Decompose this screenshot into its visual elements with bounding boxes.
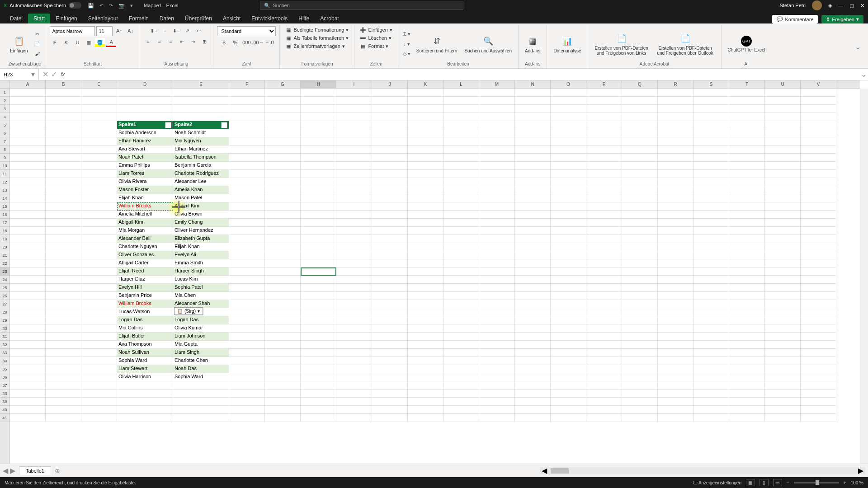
cell-S2[interactable] xyxy=(693,97,729,105)
cell-T11[interactable] xyxy=(729,170,765,178)
cell-A14[interactable] xyxy=(10,194,46,202)
cell-M15[interactable] xyxy=(479,202,515,211)
cell-N25[interactable] xyxy=(515,284,551,292)
cell-T17[interactable] xyxy=(729,219,765,227)
cell-H17[interactable] xyxy=(301,219,336,227)
cell-F27[interactable] xyxy=(229,300,265,308)
cell-T24[interactable] xyxy=(729,276,765,284)
find-select-button[interactable]: 🔍Suchen und Auswählen xyxy=(462,34,514,54)
cell-S10[interactable] xyxy=(693,162,729,170)
cell-L19[interactable] xyxy=(443,235,479,243)
cell-Q20[interactable] xyxy=(622,243,658,251)
cell-Q7[interactable] xyxy=(622,137,658,145)
cell-H21[interactable] xyxy=(301,251,336,259)
cell-L26[interactable] xyxy=(443,292,479,300)
fill-icon[interactable]: ↓ ▾ xyxy=(402,39,412,48)
cell-Q27[interactable] xyxy=(622,300,658,308)
cell-S32[interactable] xyxy=(693,341,729,349)
cell-L32[interactable] xyxy=(443,341,479,349)
cell-C9[interactable] xyxy=(81,154,117,162)
cell-D4[interactable] xyxy=(117,113,173,121)
align-right-icon[interactable]: ≡ xyxy=(165,37,175,46)
cell-V39[interactable] xyxy=(801,398,836,406)
cell-K37[interactable] xyxy=(408,381,443,389)
cell-S15[interactable] xyxy=(693,202,729,211)
cell-B37[interactable] xyxy=(46,381,81,389)
cell-G9[interactable] xyxy=(265,154,301,162)
cell-S6[interactable] xyxy=(693,129,729,137)
cell-K2[interactable] xyxy=(408,97,443,105)
cell-B13[interactable] xyxy=(46,186,81,194)
cell-Q35[interactable] xyxy=(622,365,658,373)
cell-A3[interactable] xyxy=(10,105,46,113)
tab-überprüfen[interactable]: Überprüfen xyxy=(179,14,217,23)
cell-C13[interactable] xyxy=(81,186,117,194)
cell-S26[interactable] xyxy=(693,292,729,300)
cell-B32[interactable] xyxy=(46,341,81,349)
cell-U19[interactable] xyxy=(765,235,801,243)
cell-H35[interactable] xyxy=(301,365,336,373)
cell-M5[interactable] xyxy=(479,121,515,129)
cell-Q6[interactable] xyxy=(622,129,658,137)
row-header-36[interactable]: 36 xyxy=(0,373,9,381)
cell-V24[interactable] xyxy=(801,276,836,284)
cell-F32[interactable] xyxy=(229,341,265,349)
cell-M34[interactable] xyxy=(479,357,515,365)
row-header-24[interactable]: 24 xyxy=(0,276,9,284)
cell-B31[interactable] xyxy=(46,333,81,341)
delete-cells[interactable]: ➖Löschen ▾ xyxy=(358,34,393,42)
cell-M35[interactable] xyxy=(479,365,515,373)
cell-D29[interactable]: Logan Das xyxy=(117,316,173,324)
cell-Q4[interactable] xyxy=(622,113,658,121)
cell-R5[interactable] xyxy=(658,121,693,129)
cell-Q3[interactable] xyxy=(622,105,658,113)
cell-L3[interactable] xyxy=(443,105,479,113)
cell-O18[interactable] xyxy=(551,227,586,235)
cell-H10[interactable] xyxy=(301,162,336,170)
cell-N18[interactable] xyxy=(515,227,551,235)
cell-K18[interactable] xyxy=(408,227,443,235)
cell-H9[interactable] xyxy=(301,154,336,162)
cell-N5[interactable] xyxy=(515,121,551,129)
cell-F9[interactable] xyxy=(229,154,265,162)
cell-O26[interactable] xyxy=(551,292,586,300)
cell-T21[interactable] xyxy=(729,251,765,259)
cell-N12[interactable] xyxy=(515,178,551,186)
cell-D8[interactable]: Ava Stewart xyxy=(117,145,173,154)
cell-M22[interactable] xyxy=(479,259,515,267)
cell-P8[interactable] xyxy=(586,145,622,154)
cell-T20[interactable] xyxy=(729,243,765,251)
display-settings[interactable]: 🖵 Anzeigeeinstellungen xyxy=(693,480,741,485)
cell-P28[interactable] xyxy=(586,308,622,316)
cell-L34[interactable] xyxy=(443,357,479,365)
cell-E4[interactable] xyxy=(173,113,229,121)
cell-Q23[interactable] xyxy=(622,267,658,276)
col-header-N[interactable]: N xyxy=(515,80,551,88)
increase-font-icon[interactable]: A↑ xyxy=(114,26,124,35)
row-header-12[interactable]: 12 xyxy=(0,178,9,186)
cell-C2[interactable] xyxy=(81,97,117,105)
cell-B4[interactable] xyxy=(46,113,81,121)
cell-V10[interactable] xyxy=(801,162,836,170)
cell-T28[interactable] xyxy=(729,308,765,316)
cell-C38[interactable] xyxy=(81,389,117,398)
cell-K35[interactable] xyxy=(408,365,443,373)
cell-I6[interactable] xyxy=(336,129,372,137)
cell-V29[interactable] xyxy=(801,316,836,324)
cell-B1[interactable] xyxy=(46,89,81,97)
cell-E20[interactable]: Elijah Khan xyxy=(173,243,229,251)
cell-O2[interactable] xyxy=(551,97,586,105)
cell-O4[interactable] xyxy=(551,113,586,121)
col-header-T[interactable]: T xyxy=(729,80,765,88)
cell-O23[interactable] xyxy=(551,267,586,276)
cell-R38[interactable] xyxy=(658,389,693,398)
ribbon-collapse-icon[interactable]: ⌄ xyxy=(851,25,864,68)
bold-button[interactable]: F xyxy=(50,38,60,47)
cell-B22[interactable] xyxy=(46,259,81,267)
cell-L23[interactable] xyxy=(443,267,479,276)
cell-F25[interactable] xyxy=(229,284,265,292)
sort-filter-button[interactable]: ⇵Sortieren und Filtern xyxy=(414,34,460,54)
cell-K40[interactable] xyxy=(408,406,443,414)
cell-O20[interactable] xyxy=(551,243,586,251)
cell-U14[interactable] xyxy=(765,194,801,202)
